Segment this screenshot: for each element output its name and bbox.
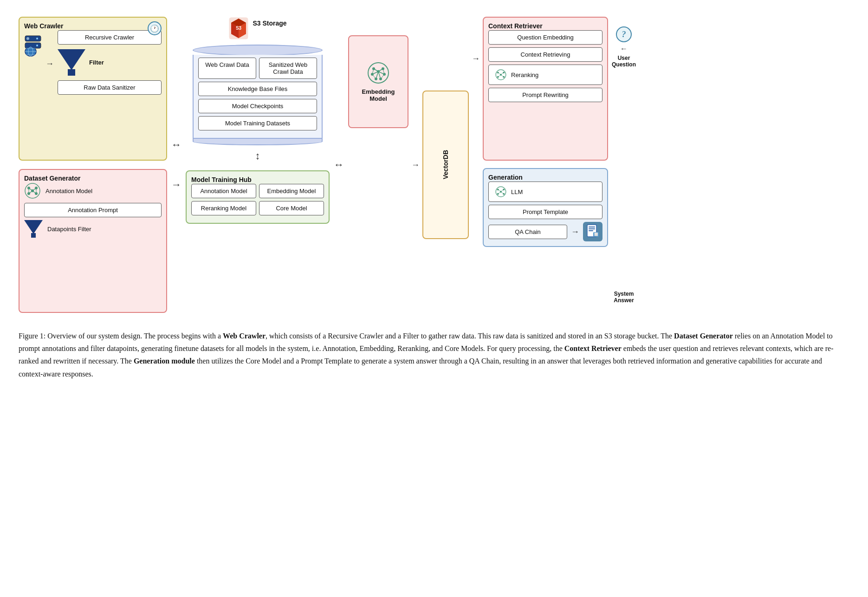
user-question-icon: ? xyxy=(615,26,632,43)
model-checkpoints-box: Model Checkpoints xyxy=(198,99,317,113)
answer-doc-icon: ⬜ xyxy=(583,222,602,241)
arrow-to-crawler: → xyxy=(45,59,54,69)
caption-bold-webcrawler: Web Crawler xyxy=(223,332,266,340)
reranking-icon xyxy=(494,68,507,81)
knowledge-base-files-box: Knowledge Base Files xyxy=(198,82,317,96)
emb-vectordb-arrow: → xyxy=(408,17,422,313)
reranking-row: Reranking xyxy=(488,65,602,85)
user-system-column: ? ← UserQuestion SystemAnswer xyxy=(608,17,636,313)
s3-row-1: Web Crawl Data Sanitized Web Crawl Data xyxy=(198,58,317,79)
svg-line-47 xyxy=(381,74,384,79)
left-column: Web Crawler 🕐 xyxy=(19,17,167,313)
vectordb-column: VectorDB xyxy=(422,17,469,313)
embedding-brain-icon xyxy=(367,61,390,84)
embedding-column: Embedding Model xyxy=(348,17,408,313)
llm-icon xyxy=(494,185,507,198)
svg-point-2 xyxy=(36,38,38,39)
reranking-label: Reranking xyxy=(511,71,538,78)
clock-icon: 🕐 xyxy=(148,21,162,35)
caption-bold-generation: Generation module xyxy=(134,357,195,365)
svg-line-57 xyxy=(501,75,504,77)
cylinder-bottom xyxy=(193,138,323,145)
server-icon-area xyxy=(24,35,42,57)
funnel-container xyxy=(58,49,85,76)
wc-top: → Recursive Crawler Filter Raw Data Sa xyxy=(24,30,162,97)
arrow-emb-vdb: → xyxy=(411,160,420,170)
filter-row: Filter xyxy=(58,49,162,76)
mth-embedding-model: Embedding Model xyxy=(259,184,324,198)
svg-line-56 xyxy=(498,75,501,77)
embedding-model-panel: Embedding Model xyxy=(348,35,408,128)
annotation-model-item: Annotation Model xyxy=(24,182,162,199)
svg-line-65 xyxy=(501,189,504,192)
user-question-area: ? ← UserQuestion xyxy=(612,26,636,68)
caption-bold-dataset: Dataset Generator xyxy=(674,332,733,340)
mth-row-2: Reranking Model Core Model xyxy=(191,201,324,215)
s3-cylinder: Web Crawl Data Sanitized Web Crawl Data … xyxy=(193,45,323,145)
arrow-s3-mth: ↕ xyxy=(255,150,260,162)
annotation-model-label: Annotation Model xyxy=(45,188,92,195)
dataset-gen-title: Dataset Generator xyxy=(24,175,80,182)
svg-text:S3: S3 xyxy=(236,26,242,31)
datapoints-filter-label: Datapoints Filter xyxy=(47,226,91,233)
model-training-datasets-box: Model Training Datasets xyxy=(198,116,317,130)
funnel-icon xyxy=(58,49,85,70)
svg-line-55 xyxy=(501,72,504,75)
svg-point-3 xyxy=(36,45,38,46)
web-crawl-data-box: Web Crawl Data xyxy=(198,58,256,79)
prompt-template-box: Prompt Template xyxy=(488,205,602,219)
svg-line-38 xyxy=(374,69,378,71)
svg-point-4 xyxy=(26,37,29,40)
context-retrieving-box: Context Retrieving xyxy=(488,47,602,62)
s3-logo-icon: S3 xyxy=(228,17,249,40)
question-embedding-box: Question Embedding xyxy=(488,30,602,45)
context-gen-column: Context Retriever Question Embedding Con… xyxy=(483,17,608,313)
svg-rect-69 xyxy=(589,227,595,227)
cylinder-body: Web Crawl Data Sanitized Web Crawl Data … xyxy=(193,55,323,139)
answer-icon-svg: ⬜ xyxy=(586,224,600,238)
arrow-vdb-ctx: → xyxy=(472,54,480,64)
filter-label: Filter xyxy=(89,59,104,66)
arrow-dg-s3: → xyxy=(171,179,181,191)
prompt-rewriting-box: Prompt Rewriting xyxy=(488,88,602,102)
svg-line-54 xyxy=(498,72,501,75)
arrow-user-ctx: ← xyxy=(620,45,628,53)
svg-rect-70 xyxy=(589,228,595,229)
mth-reranking-model: Reranking Model xyxy=(191,201,256,215)
annotation-prompt-box: Annotation Prompt xyxy=(24,203,162,217)
svg-text:⬜: ⬜ xyxy=(594,232,598,236)
qa-chain-box: QA Chain xyxy=(488,225,567,239)
caption-area: Figure 1: Overview of our system design.… xyxy=(9,320,854,380)
mth-row-1: Annotation Model Embedding Model xyxy=(191,184,324,198)
caption-after-webcrawler: , which consists of a Recursive Crawler … xyxy=(266,332,674,340)
sanitized-web-crawl-box: Sanitized Web Crawl Data xyxy=(259,58,317,79)
caption-figure-prefix: Figure 1: Overview of our system design.… xyxy=(19,332,223,340)
datapoints-filter-item: Datapoints Filter xyxy=(24,220,162,238)
context-retriever-panel: Context Retriever Question Embedding Con… xyxy=(483,17,608,161)
context-retriever-title: Context Retriever xyxy=(488,22,543,30)
generation-title: Generation xyxy=(488,174,523,181)
generation-panel: Generation LLM Prompt Template xyxy=(483,168,608,247)
model-training-hub-panel: Model Training Hub Annotation Model Embe… xyxy=(186,170,330,224)
recursive-crawler-box: Recursive Crawler xyxy=(58,30,162,45)
mth-annotation-model: Annotation Model xyxy=(191,184,256,198)
caption-bold-context: Context Retriever xyxy=(564,344,622,352)
small-funnel xyxy=(24,220,43,238)
mth-core-model: Core Model xyxy=(259,201,324,215)
system-answer-area: SystemAnswer xyxy=(612,291,636,304)
svg-line-64 xyxy=(498,189,501,192)
svg-line-66 xyxy=(498,192,501,194)
s3-title: S3 Storage xyxy=(253,17,286,27)
svg-line-39 xyxy=(378,69,383,71)
arrow-qa-answer: → xyxy=(571,227,579,237)
s3-storage-column: S3 S3 Storage Web Crawl Data Sanitized W… xyxy=(186,17,330,313)
annotation-model-icon xyxy=(24,182,41,199)
filter-small-icon xyxy=(24,220,43,234)
caption-text: Figure 1: Overview of our system design.… xyxy=(19,330,845,380)
cylinder-top xyxy=(193,45,323,56)
architecture-diagram: Web Crawler 🕐 xyxy=(9,9,859,320)
svg-line-46 xyxy=(372,74,376,79)
wc-boxes: Recursive Crawler Filter Raw Data Saniti… xyxy=(58,30,162,97)
svg-line-67 xyxy=(501,192,504,194)
arrow-wc-s3: ↔ xyxy=(171,139,181,151)
